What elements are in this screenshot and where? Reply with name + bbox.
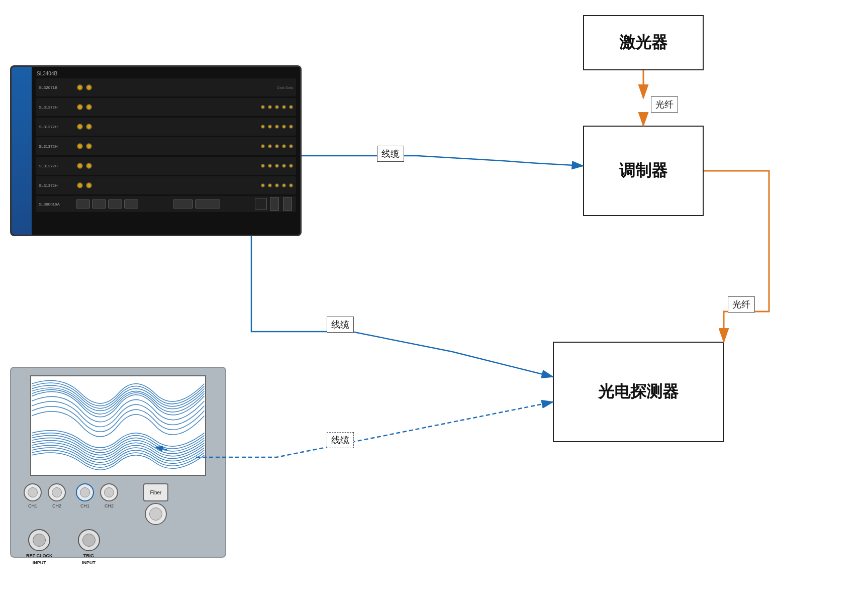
- fiber-button[interactable]: Fiber: [143, 483, 168, 501]
- rack-card-row-3: SL31372H: [36, 118, 296, 136]
- eye-diagram-screen: [30, 375, 206, 476]
- rack-card-row-1: SL32071B Data Data: [36, 78, 296, 96]
- rack-card-row-6: SL31372H: [36, 176, 296, 194]
- laser-box: 激光器: [583, 15, 704, 70]
- cable2-label: 线缆: [327, 317, 354, 333]
- scope-bottom-controls: REF CLOCK INPUT TRIG INPUT: [19, 529, 218, 565]
- rack-card-row-5: SL31372H: [36, 157, 296, 175]
- rack-device: SL3404B SL32071B Data Data SL31372H: [10, 65, 302, 236]
- card-label-1: SL32071B: [39, 85, 74, 90]
- rack-front-panel: SL3404B SL32071B Data Data SL31372H: [32, 67, 300, 235]
- scope-output-ch2: CH2: [48, 483, 66, 508]
- scope-input-ch1: CH1: [76, 483, 94, 508]
- connector-1a: [77, 84, 83, 90]
- scope-input-ch2: CH2: [100, 483, 118, 508]
- scope-input-group: CH1 CH2: [76, 483, 118, 508]
- cable1-arrow: [302, 156, 583, 166]
- cable3-label: 线缆: [327, 432, 354, 448]
- rack-model-label: SL3404B: [36, 71, 296, 76]
- modulator-label: 调制器: [619, 160, 667, 182]
- fiber2-label: 光纤: [728, 296, 755, 313]
- scope-fiber-button-group: Fiber: [143, 483, 168, 525]
- rack-side-panel: [12, 67, 32, 235]
- connector-1b: [86, 84, 92, 90]
- trig-input-group: TRIG INPUT: [78, 529, 100, 565]
- cable1-label: 线缆: [377, 146, 404, 162]
- cable3-arrow: [196, 402, 553, 457]
- modulator-box: 调制器: [583, 126, 704, 216]
- photodetector-label: 光电探测器: [598, 381, 679, 403]
- photodetector-box: 光电探测器: [553, 342, 724, 442]
- ref-clock-group: REF CLOCK INPUT: [26, 529, 53, 565]
- scope-output-group: CH1 CH2: [24, 483, 66, 508]
- fiber1-label: 光纤: [651, 96, 678, 113]
- rack-card-row-4: SL31372H: [36, 137, 296, 155]
- scope-controls-row1: CH1 CH2 CH1 CH2: [19, 483, 218, 525]
- oscilloscope-device: CH1 CH2 CH1 CH2: [10, 367, 226, 558]
- laser-label: 激光器: [619, 32, 667, 54]
- rack-card-row-2: SL31372H: [36, 98, 296, 116]
- cable2-arrow: [251, 236, 553, 377]
- main-diagram: SL3404B SL32071B Data Data SL31372H: [0, 0, 863, 616]
- rack-card-row-7: SL360016A: [36, 196, 296, 212]
- fiber2-arrow: [704, 171, 769, 342]
- scope-output-ch1: CH1: [24, 483, 42, 508]
